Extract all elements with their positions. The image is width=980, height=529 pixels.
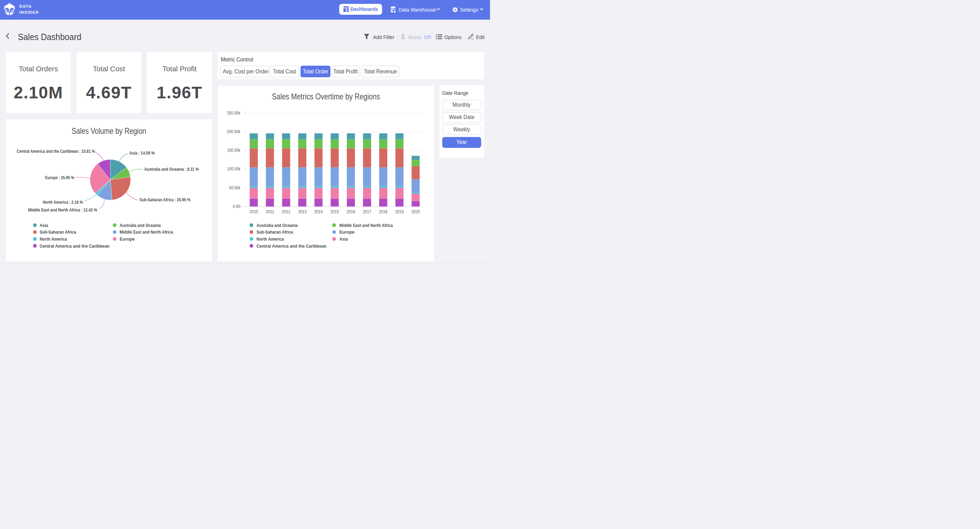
svg-text:200.00k: 200.00k (227, 129, 240, 134)
svg-text:50.00k: 50.00k (229, 186, 240, 191)
svg-text:North America: North America (256, 237, 284, 241)
svg-text:Asia: Asia (39, 223, 48, 228)
svg-text:North America : 2.16 %: North America : 2.16 % (43, 200, 83, 205)
svg-text:150.00k: 150.00k (227, 148, 240, 153)
svg-text:Sales Metrics Overtime by Regi: Sales Metrics Overtime by Regions (272, 92, 380, 101)
svg-text:Asia: Asia (339, 237, 348, 241)
svg-text:0.00: 0.00 (233, 204, 240, 209)
svg-text:Central America and the Caribb: Central America and the Caribbean : 10.8… (16, 149, 95, 154)
svg-text:Central America and the Caribb: Central America and the Caribbean (256, 243, 326, 249)
svg-text:Australia and Oceania : 8.11 %: Australia and Oceania : 8.11 % (144, 167, 199, 172)
svg-text:Australia and Oceania: Australia and Oceania (119, 223, 161, 228)
svg-text:Australia and Oceania: Australia and Oceania (256, 223, 298, 228)
svg-text:Middle East and North Africa: Middle East and North Africa (119, 229, 173, 235)
svg-text:Middle East and North Africa: Middle East and North Africa (339, 223, 393, 228)
svg-text:Sales Volume by Region: Sales Volume by Region (72, 126, 146, 136)
svg-text:Europe: Europe (119, 237, 135, 241)
svg-text:Sub-Saharan Africa: Sub-Saharan Africa (256, 229, 293, 235)
svg-text:2016: 2016 (347, 209, 355, 214)
svg-text:Europe: Europe (339, 229, 354, 235)
svg-text:Middle East and North Africa :: Middle East and North Africa : 12.43 % (28, 207, 97, 213)
svg-text:2013: 2013 (298, 209, 307, 214)
svg-text:Sub-Saharan Africa : 25.95 %: Sub-Saharan Africa : 25.95 % (140, 197, 191, 202)
svg-text:2011: 2011 (266, 209, 274, 214)
svg-text:Asia : 14.59 %: Asia : 14.59 % (129, 150, 155, 156)
svg-text:2019: 2019 (395, 209, 404, 214)
svg-text:2010: 2010 (249, 209, 258, 214)
svg-text:2014: 2014 (314, 209, 323, 214)
svg-text:100.00k: 100.00k (227, 167, 240, 172)
svg-text:2015: 2015 (331, 209, 339, 214)
svg-text:2018: 2018 (379, 209, 387, 214)
svg-text:2017: 2017 (363, 209, 371, 214)
svg-text:250.00k: 250.00k (227, 111, 240, 116)
svg-text:Europe : 25.95 %: Europe : 25.95 % (45, 175, 74, 180)
svg-text:Sub-Saharan Africa: Sub-Saharan Africa (39, 229, 76, 235)
svg-text:North America: North America (39, 237, 67, 241)
svg-text:2020: 2020 (411, 209, 420, 214)
svg-text:2012: 2012 (282, 209, 290, 214)
svg-text:Central America and the Caribb: Central America and the Caribbean (39, 243, 109, 249)
